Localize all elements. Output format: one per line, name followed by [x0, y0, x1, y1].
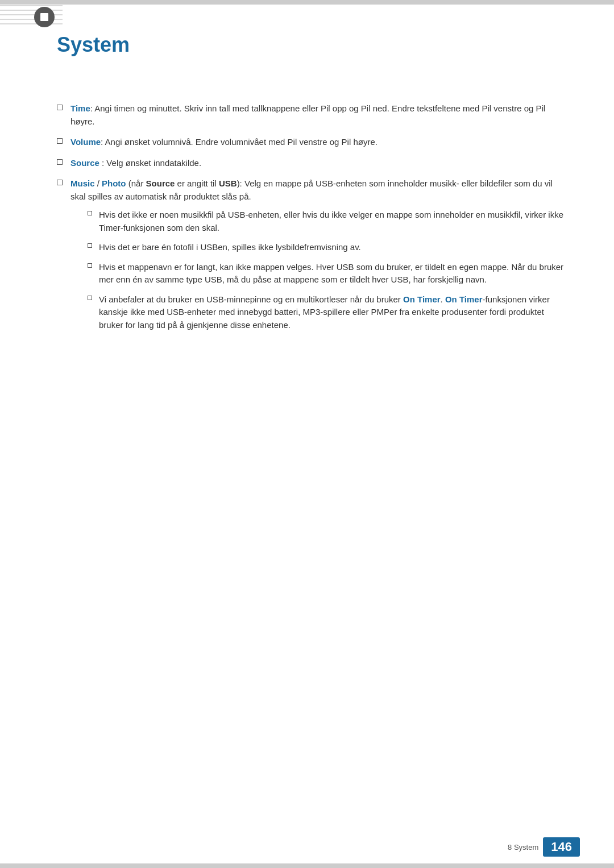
list-item-time: Time: Angi timen og minuttet. Skriv inn …: [57, 102, 569, 128]
footer: 8 System 146: [0, 837, 614, 857]
footer-chapter-label: 8 System: [508, 843, 538, 852]
sub-item-3-text: Hvis et mappenavn er for langt, kan ikke…: [99, 261, 569, 286]
svg-rect-5: [40, 13, 48, 21]
list-item-music-photo-content: Music / Photo (når Source er angitt til …: [70, 177, 569, 338]
bullet-icon-source: [57, 159, 63, 165]
list-item-source: Source : Velg ønsket inndatakilde.: [57, 157, 569, 170]
time-label: Time: [70, 103, 90, 113]
sub-list-item-2: Hvis det er bare én fotofil i USBen, spi…: [88, 241, 569, 254]
sub-item-2-text: Hvis det er bare én fotofil i USBen, spi…: [99, 241, 361, 254]
slash: /: [95, 178, 102, 188]
sub-list-item-1: Hvis det ikke er noen musikkfil på USB-e…: [88, 209, 569, 234]
page-title: System: [57, 33, 569, 57]
sub4-text1: Vi anbefaler at du bruker en USB-minnepi…: [99, 294, 403, 304]
music-photo-text1: (når: [126, 178, 146, 188]
page-container: System Time: Angi timen og minuttet. Skr…: [0, 0, 614, 868]
volume-text: : Angi ønsket volumnivå. Endre volumnivå…: [101, 137, 377, 147]
music-label: Music: [70, 178, 95, 188]
page-number: 146: [543, 837, 580, 857]
usb-ref: USB: [219, 178, 237, 188]
main-bullet-list: Time: Angi timen og minuttet. Skriv inn …: [57, 102, 569, 338]
sub-list-item-4: Vi anbefaler at du bruker en USB-minnepi…: [88, 293, 569, 332]
music-photo-text2: er angitt til: [175, 178, 219, 188]
sub-item-4-text: Vi anbefaler at du bruker en USB-minnepi…: [99, 293, 569, 332]
volume-label: Volume: [70, 137, 101, 147]
photo-label: Photo: [102, 178, 126, 188]
on-timer-1: On Timer: [403, 294, 441, 304]
source-text: : Velg ønsket inndatakilde.: [99, 158, 201, 168]
bullet-icon-music-photo: [57, 180, 63, 185]
sub-item-1-text: Hvis det ikke er noen musikkfil på USB-e…: [99, 209, 569, 234]
sub-bullet-icon-3: [88, 263, 92, 268]
music-photo-text: Music / Photo (når Source er angitt til …: [70, 178, 553, 201]
sub-bullet-icon-4: [88, 296, 92, 300]
bullet-icon-volume: [57, 138, 63, 144]
sub-bullet-list: Hvis det ikke er noen musikkfil på USB-e…: [88, 209, 569, 331]
bullet-icon-time: [57, 105, 63, 110]
list-item-time-text: Time: Angi timen og minuttet. Skriv inn …: [70, 102, 569, 128]
sub-bullet-icon-2: [88, 243, 92, 248]
chapter-icon: [34, 7, 55, 27]
list-item-source-text: Source : Velg ønsket inndatakilde.: [70, 157, 201, 170]
sub-list-item-3: Hvis et mappenavn er for langt, kan ikke…: [88, 261, 569, 286]
content-area: Time: Angi timen og minuttet. Skriv inn …: [57, 102, 569, 338]
sub4-text2: .: [441, 294, 445, 304]
sub-bullet-icon-1: [88, 211, 92, 215]
time-text: : Angi timen og minuttet. Skriv inn tall…: [70, 103, 545, 126]
bottom-bar: [0, 863, 614, 868]
top-bar: [0, 0, 614, 5]
on-timer-2: On Timer: [445, 294, 483, 304]
list-item-music-photo: Music / Photo (når Source er angitt til …: [57, 177, 569, 338]
list-item-volume: Volume: Angi ønsket volumnivå. Endre vol…: [57, 136, 569, 149]
list-item-volume-text: Volume: Angi ønsket volumnivå. Endre vol…: [70, 136, 377, 149]
source-ref: Source: [146, 178, 175, 188]
source-label: Source: [70, 158, 99, 168]
